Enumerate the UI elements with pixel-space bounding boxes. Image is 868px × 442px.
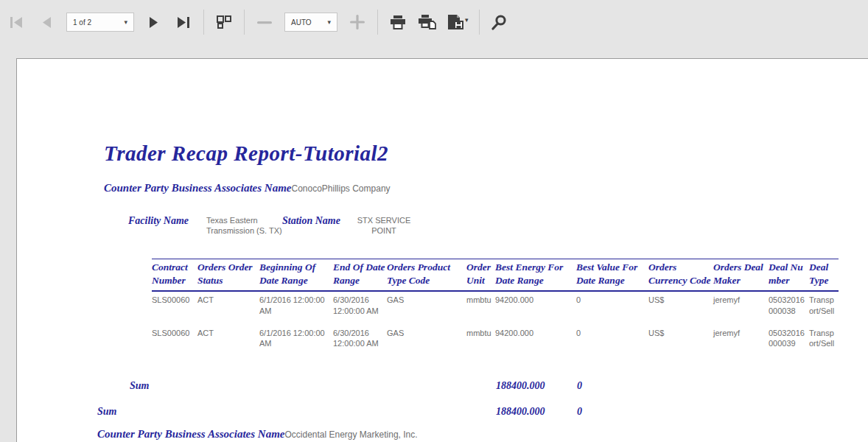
- station-name-value: STX SERVICE POINT: [347, 216, 421, 236]
- cell-deal-number: 05032016000039: [769, 325, 809, 358]
- previous-page-button[interactable]: [37, 13, 56, 32]
- sum-best-value: 0: [577, 380, 582, 392]
- cell-begin-date: 6/1/2016 12:00:00 AM: [259, 325, 333, 358]
- cell-deal-maker: jeremyf: [713, 291, 769, 325]
- print-icon: [390, 15, 406, 29]
- zoom-out-button[interactable]: [255, 13, 274, 32]
- cell-order-status: ACT: [197, 325, 259, 358]
- cell-contract-number: SLS00060: [152, 325, 197, 358]
- search-button[interactable]: [490, 13, 509, 32]
- toolbar-separator: [479, 10, 480, 35]
- last-page-icon: [176, 16, 191, 29]
- cell-end-date: 6/30/2016 12:00:00 AM: [333, 291, 387, 325]
- cell-best-value: 0: [576, 325, 648, 358]
- zoom-in-button[interactable]: [348, 13, 367, 32]
- cell-contract-number: SLS00060: [152, 291, 197, 325]
- page-number-select[interactable]: 1 of 2 ▾: [66, 13, 134, 32]
- next-page-button[interactable]: [144, 13, 164, 32]
- previous-page-icon: [41, 16, 52, 29]
- print-button[interactable]: [388, 13, 407, 32]
- report-page: Trader Recap Report-Tutorial2 Counter Pa…: [16, 58, 868, 442]
- table-header-row: Contract Number Orders Order Status Begi…: [152, 259, 839, 292]
- cell-begin-date: 6/1/2016 12:00:00 AM: [259, 291, 333, 325]
- print-layout-icon: [419, 15, 436, 29]
- cell-currency: US$: [648, 291, 713, 325]
- toolbar-separator: [244, 10, 245, 35]
- search-icon: [491, 15, 507, 30]
- counter-party-group-2: Counter Party Business Associates NameOc…: [97, 427, 418, 441]
- cell-deal-number: 05032016000038: [769, 291, 809, 325]
- report-title: Trader Recap Report-Tutorial2: [104, 141, 388, 166]
- first-page-button[interactable]: [7, 13, 27, 32]
- zoom-out-icon: [257, 21, 272, 24]
- counter-party-group-1: Counter Party Business Associates NameCo…: [104, 181, 391, 194]
- counter-party-label: Counter Party Business Associates Name: [104, 182, 291, 194]
- cell-currency: US$: [648, 325, 713, 358]
- cell-best-energy: 94200.000: [495, 325, 576, 358]
- cell-order-unit: mmbtu: [466, 325, 495, 358]
- export-icon: [447, 15, 463, 29]
- next-page-icon: [148, 16, 160, 29]
- facility-name-value: Texas Eastern Transmission (S. TX): [206, 216, 284, 236]
- col-header: Orders Product Type Code: [387, 259, 466, 292]
- station-name-label: Station Name: [282, 215, 340, 227]
- chevron-down-icon: ▾: [124, 18, 127, 26]
- cell-order-unit: mmbtu: [466, 291, 495, 325]
- cell-deal-type: Transport/Sell: [809, 291, 839, 325]
- multipage-view-button[interactable]: [214, 13, 234, 32]
- table-row: SLS00060 ACT 6/1/2016 12:00:00 AM 6/30/2…: [152, 291, 839, 325]
- sum-best-value: 0: [577, 406, 582, 418]
- toolbar-separator: [377, 10, 378, 35]
- cell-best-value: 0: [576, 291, 648, 325]
- report-viewer-toolbar: 1 of 2 ▾ AUTO ▾: [0, 0, 868, 44]
- zoom-level-value: AUTO: [291, 18, 312, 27]
- zoom-in-icon: [350, 15, 365, 29]
- col-header: Orders Order Status: [197, 259, 259, 292]
- toolbar-separator: [203, 10, 204, 35]
- export-button[interactable]: ▾: [447, 15, 469, 29]
- multipage-view-icon: [216, 15, 232, 29]
- print-layout-button[interactable]: [418, 13, 437, 32]
- col-header: Beginning Of Date Range: [259, 259, 333, 292]
- counter-party-value: ConocoPhillips Company: [291, 183, 390, 194]
- sum-best-energy: 188400.000: [496, 380, 545, 392]
- col-header: Orders Currency Code: [648, 259, 713, 292]
- cell-product-type: GAS: [387, 325, 466, 358]
- first-page-icon: [10, 16, 24, 29]
- cell-end-date: 6/30/2016 12:00:00 AM: [333, 325, 387, 358]
- col-header: Deal Number: [769, 259, 809, 292]
- last-page-button[interactable]: [174, 13, 193, 32]
- col-header: Best Energy For Date Range: [495, 259, 576, 292]
- chevron-down-icon: ▾: [327, 18, 331, 26]
- col-header: Deal Type: [809, 259, 839, 292]
- zoom-level-select[interactable]: AUTO ▾: [284, 13, 337, 32]
- chevron-down-icon: ▾: [465, 16, 469, 24]
- col-header: Contract Number: [152, 259, 197, 292]
- col-header: End Of Date Range: [333, 259, 387, 292]
- page-number-value: 1 of 2: [73, 18, 91, 27]
- cell-product-type: GAS: [387, 291, 466, 325]
- facility-name-label: Facility Name: [128, 215, 189, 227]
- table-row: SLS00060 ACT 6/1/2016 12:00:00 AM 6/30/2…: [152, 325, 839, 358]
- counter-party-label: Counter Party Business Associates Name: [97, 428, 284, 440]
- col-header: Best Value For Date Range: [576, 259, 648, 292]
- sum-label: Sum: [130, 380, 149, 392]
- sum-label: Sum: [97, 406, 116, 418]
- counter-party-value: Occidental Energy Marketing, Inc.: [284, 429, 417, 440]
- col-header: Order Unit: [466, 259, 495, 292]
- orders-table: Contract Number Orders Order Status Begi…: [152, 259, 839, 358]
- cell-deal-type: Transport/Sell: [809, 325, 839, 358]
- sum-best-energy: 188400.000: [496, 406, 545, 418]
- col-header: Orders Deal Maker: [713, 259, 769, 292]
- cell-deal-maker: jeremyf: [713, 325, 769, 358]
- cell-order-status: ACT: [197, 291, 259, 325]
- cell-best-energy: 94200.000: [495, 291, 576, 325]
